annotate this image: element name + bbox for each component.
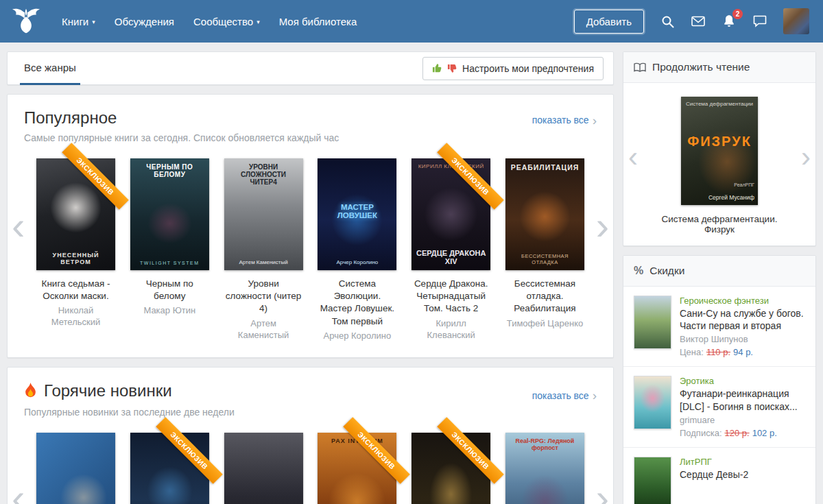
chevron-right-icon: › [596, 202, 609, 248]
cover-art-text: УРОВНИ СЛОЖНОСТИ ЧИТЕР4 [228, 163, 300, 186]
nav-item-discussions[interactable]: Обсуждения [105, 0, 184, 43]
show-all-label: показать все [532, 115, 589, 125]
tab-all-genres[interactable]: Все жанры [20, 51, 80, 85]
notification-badge: 2 [732, 9, 743, 19]
carousel-prev-button[interactable]: ‹ [12, 163, 25, 287]
book-thumbnail[interactable] [634, 457, 671, 504]
cover-art-text: СЕРДЦЕ ДРАКОНА XIV [415, 249, 487, 265]
nav-item-label: Моя библиотека [279, 16, 357, 27]
book-author[interactable]: Макар Ютин [130, 305, 209, 317]
caret-down-icon: ▾ [257, 19, 260, 25]
book-cover[interactable] [224, 433, 303, 504]
book-title[interactable]: Сердце Девы-2 [680, 468, 748, 481]
book-cover[interactable]: МАСТЕР ЛОВУШЕК Арчер Королино [318, 158, 396, 270]
book-cover[interactable]: УРОВНИ СЛОЖНОСТИ ЧИТЕР4 Артем Каменистый [224, 158, 303, 270]
nav-item-label: Книги [62, 16, 88, 27]
book-author[interactable]: Артем Каменистый [224, 318, 303, 341]
content-column: Все жанры Настроить мои предпочтения Поп… [7, 51, 614, 504]
carousel-prev-button[interactable]: ‹ [628, 102, 638, 212]
search-icon[interactable] [660, 14, 675, 29]
cover-art-text: Система дефрагментации [684, 101, 755, 107]
cover-art-text: БЕССИСТЕМНАЯ ОТЛАДКА [509, 253, 581, 265]
main-layout: Все жанры Настроить мои предпочтения Поп… [0, 43, 823, 504]
nav-item-label: Сообщество [193, 16, 253, 27]
carousel-next-button[interactable]: › [596, 436, 609, 504]
book-author[interactable]: Николай Метельский [36, 305, 115, 328]
book-card: МАСТЕР ЛОВУШЕК Арчер Королино Система Эв… [318, 158, 396, 342]
old-price: 120 р. [725, 428, 750, 438]
book-author[interactable]: Тимофей Царенко [505, 318, 584, 330]
nav-item-my-library[interactable]: Моя библиотека [270, 0, 367, 43]
book-card: ЭКСКЛЮЗИВ [130, 433, 209, 504]
exclusive-ribbon: ЭКСКЛЮЗИВ [437, 143, 504, 210]
nav-item-community[interactable]: Сообщество ▾ [184, 0, 270, 43]
continue-reading-cover[interactable]: Система дефрагментации ФИЗРУК РеалРПГ Се… [681, 97, 758, 205]
chevron-right-icon: › [801, 141, 811, 173]
genre-link[interactable]: Эротика [680, 376, 805, 386]
cover-art-text: УНЕСЕННЫЙ ВЕТРОМ [40, 252, 112, 265]
genre-link[interactable]: ЛитРПГ [680, 457, 748, 467]
book-cover[interactable]: ЭКСКЛЮЗИВ PAX INTERIUM [318, 433, 396, 504]
chevron-right-icon: › [593, 114, 597, 127]
nav-item-label: Обсуждения [115, 16, 174, 27]
exclusive-ribbon: ЭКСКЛЮЗИВ [156, 417, 223, 484]
chat-icon[interactable] [752, 14, 767, 29]
mail-icon[interactable] [691, 14, 706, 29]
price-line: Цена:110 р.94 р. [680, 347, 805, 357]
hot-books-row: ЭКСКЛЮЗИВ ЭКСКЛЮЗИВ PAX INTERIUM ЭКСКЛЮЗ… [36, 433, 584, 504]
cover-art-text: ФИЗРУК [681, 134, 758, 149]
book-cover[interactable]: ЧЕРНЫМ ПО БЕЛОМУ TWILIGHT SYSTEM [130, 158, 209, 270]
add-button[interactable]: Добавить [574, 10, 644, 34]
book-card [36, 433, 115, 504]
eagle-logo-icon [10, 7, 42, 36]
book-card: Real-RPG: Ледяной форпост [505, 433, 584, 504]
book-title[interactable]: Сердце Дракона. Четырнадцатый Том. Часть… [412, 278, 490, 315]
cover-art-text: РЕАБИЛИТАЦИЯ [509, 163, 581, 171]
site-logo[interactable] [8, 5, 44, 38]
book-cover[interactable]: ЭКСКЛЮЗИВ [412, 433, 490, 504]
book-cover[interactable]: Real-RPG: Ледяной форпост [505, 433, 584, 504]
book-thumbnail[interactable] [634, 296, 671, 349]
bell-icon[interactable]: 2 [721, 14, 737, 29]
popular-section-title: Популярное [24, 108, 117, 128]
book-cover[interactable]: РЕАБИЛИТАЦИЯ БЕССИСТЕМНАЯ ОТЛАДКА [505, 158, 584, 270]
nav-item-books[interactable]: Книги ▾ [52, 0, 105, 43]
preferences-button-label: Настроить мои предпочтения [462, 63, 594, 74]
book-title[interactable]: Система Эволюции. Мастер Ловушек. Том пе… [318, 278, 396, 328]
show-all-label: показать все [532, 390, 589, 401]
new-price: 94 р. [733, 347, 753, 357]
flame-icon [24, 383, 37, 399]
cover-art-text: ЧЕРНЫМ ПО БЕЛОМУ [134, 163, 206, 178]
user-avatar[interactable] [783, 8, 809, 34]
book-cover[interactable] [36, 433, 115, 504]
thumb-down-icon [447, 63, 457, 73]
show-all-link[interactable]: показать все › [532, 114, 597, 127]
book-cover[interactable]: ЭКСКЛЮЗИВ КИРИЛЛ КЛЕВАНСКИЙ СЕРДЦЕ ДРАКО… [412, 158, 490, 270]
percent-icon: % [634, 265, 643, 277]
show-all-link[interactable]: показать все › [532, 389, 597, 402]
price-label: Подписка: [680, 428, 722, 438]
genre-link[interactable]: Героическое фэнтези [680, 296, 805, 306]
popular-section-subtitle: Самые популярные книги за сегодня. Списо… [24, 132, 597, 143]
hot-section-title: Горячие новинки [24, 381, 172, 400]
cover-art-text: Сергей Мусаниф [708, 194, 754, 201]
book-title[interactable]: Бессистемная отладка. Реабилитация [505, 278, 584, 315]
carousel-next-button[interactable]: › [596, 163, 609, 287]
book-title[interactable]: Книга седьмая - Осколки маски. [36, 278, 115, 302]
discounts-card: % Скидки Героическое фэнтези Сани-Су на … [623, 255, 816, 504]
book-title[interactable]: Сани-Су на службе у богов. Части первая … [680, 307, 805, 332]
caret-down-icon: ▾ [92, 19, 95, 25]
book-author[interactable]: Арчер Королино [318, 331, 396, 342]
preferences-button[interactable]: Настроить мои предпочтения [422, 57, 604, 80]
carousel-prev-button[interactable]: ‹ [12, 436, 25, 504]
book-author[interactable]: Кирилл Клеванский [412, 318, 490, 341]
book-thumbnail[interactable] [634, 376, 671, 429]
book-cover[interactable]: ЭКСКЛЮЗИВ УНЕСЕННЫЙ ВЕТРОМ [36, 158, 115, 270]
carousel-next-button[interactable]: › [801, 102, 811, 212]
cover-art-text: РеалРПГ [734, 182, 754, 187]
book-title[interactable]: Уровни сложности (читер 4) [224, 278, 303, 315]
book-title[interactable]: Футанари-реинкарнация [DLC] - Богиня в п… [680, 387, 805, 412]
continue-reading-caption[interactable]: Система дефрагментации. Физрук [647, 214, 792, 235]
book-title[interactable]: Черным по белому [130, 278, 209, 302]
book-cover[interactable]: ЭКСКЛЮЗИВ [130, 433, 209, 504]
